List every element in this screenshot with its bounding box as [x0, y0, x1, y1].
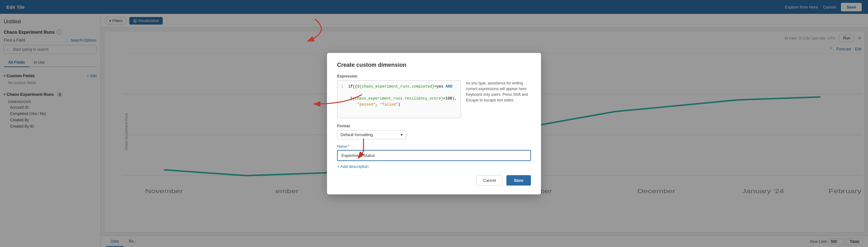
modal-overlay: Create custom dimension Expression 1 if(… [0, 0, 868, 247]
add-description-link[interactable]: + Add description [337, 164, 531, 169]
format-value: Default formatting [341, 132, 373, 137]
expression-editor[interactable]: 1 if((${chaos_experiment_runs.completed}… [337, 80, 461, 118]
required-star: * [348, 144, 349, 149]
format-label: Format [337, 124, 531, 128]
expression-area: 1 if((${chaos_experiment_runs.completed}… [337, 80, 531, 118]
modal-save-button[interactable]: Save [506, 175, 531, 186]
modal-actions: Cancel Save [337, 175, 531, 186]
modal-title: Create custom dimension [337, 62, 531, 68]
format-row: Format Default formatting ▾ [337, 124, 531, 139]
expression-label: Expression [337, 74, 531, 78]
arrow-expression [308, 19, 321, 41]
modal-cancel-button[interactable]: Cancel [476, 175, 502, 186]
expression-hint: As you type, assistance for writing corr… [466, 80, 531, 118]
expression-line-3: "passed", "failed") [341, 102, 457, 108]
name-label: Name* [337, 144, 531, 149]
name-input[interactable] [337, 150, 531, 161]
format-select[interactable]: Default formatting ▾ [337, 130, 406, 139]
expression-line-2: ${chaos_experiment_runs.resiliency_score… [341, 90, 457, 102]
name-row: Name* [337, 144, 531, 161]
chevron-down-icon-format: ▾ [401, 132, 403, 137]
expression-line-1: 1 if((${chaos_experiment_runs.completed}… [341, 84, 457, 90]
modal-create-dimension: Create custom dimension Expression 1 if(… [327, 53, 541, 194]
